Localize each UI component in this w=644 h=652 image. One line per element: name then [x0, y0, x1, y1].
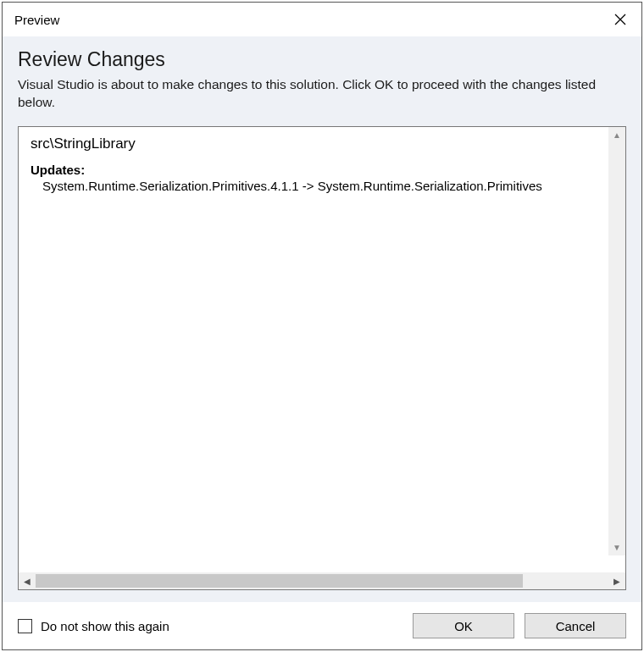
- button-group: OK Cancel: [413, 613, 626, 638]
- scroll-right-icon: ▶: [608, 572, 625, 589]
- scroll-left-icon: ◀: [19, 572, 36, 589]
- update-entry: System.Runtime.Serialization.Primitives.…: [42, 179, 620, 193]
- hscroll-thumb[interactable]: [36, 574, 523, 588]
- scroll-up-icon: ▲: [608, 127, 625, 144]
- footer: Do not show this again OK Cancel: [3, 602, 641, 649]
- hscroll-track[interactable]: [36, 572, 608, 589]
- do-not-show-wrap[interactable]: Do not show this again: [18, 619, 169, 633]
- preview-dialog: Preview Review Changes Visual Studio is …: [2, 2, 642, 650]
- header-description: Visual Studio is about to make changes t…: [18, 76, 626, 112]
- cancel-button[interactable]: Cancel: [525, 613, 626, 638]
- vertical-scrollbar[interactable]: ▲ ▼: [608, 127, 625, 555]
- horizontal-scrollbar[interactable]: ◀ ▶: [19, 572, 625, 589]
- close-icon: [614, 14, 626, 25]
- changes-content[interactable]: src\StringLibrary Updates: System.Runtim…: [19, 127, 625, 572]
- updates-label: Updates:: [31, 163, 620, 177]
- content-wrap: src\StringLibrary Updates: System.Runtim…: [3, 126, 641, 602]
- changes-panel: src\StringLibrary Updates: System.Runtim…: [18, 126, 626, 590]
- project-name: src\StringLibrary: [31, 135, 620, 152]
- header-title: Review Changes: [18, 48, 626, 71]
- titlebar: Preview: [3, 3, 641, 36]
- ok-button[interactable]: OK: [413, 613, 514, 638]
- close-button[interactable]: [599, 3, 641, 36]
- do-not-show-label: Do not show this again: [41, 619, 169, 633]
- do-not-show-checkbox[interactable]: [18, 619, 32, 633]
- window-title: Preview: [14, 13, 59, 27]
- header-area: Review Changes Visual Studio is about to…: [3, 36, 641, 126]
- scroll-down-icon: ▼: [608, 539, 625, 555]
